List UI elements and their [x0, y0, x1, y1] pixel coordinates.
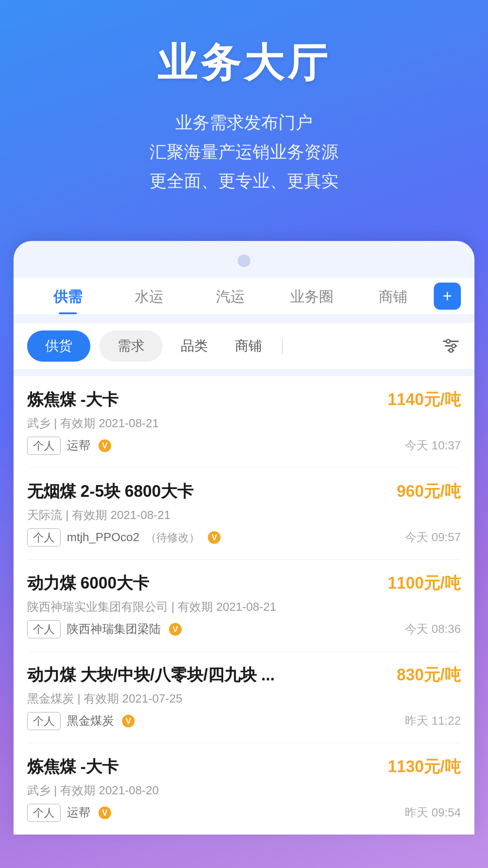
camera-dot	[238, 255, 250, 267]
list-item[interactable]: 动力煤 6000大卡 1100元/吨 陕西神瑞实业集团有限公司 | 有效期 20…	[27, 560, 461, 651]
item-title: 炼焦煤 -大卡	[27, 389, 118, 411]
tag-personal: 个人	[27, 804, 61, 822]
item-meta: 武乡 | 有效期 2021-08-21	[27, 415, 461, 431]
verified-icon: V	[208, 531, 221, 544]
list-item[interactable]: 无烟煤 2-5块 6800大卡 960元/吨 天际流 | 有效期 2021-08…	[27, 468, 461, 560]
verified-icon: V	[169, 623, 182, 636]
item-meta: 武乡 | 有效期 2021-08-20	[27, 783, 461, 798]
item-time: 昨天 11:22	[405, 713, 461, 729]
svg-point-4	[452, 344, 455, 348]
main-title: 业务大厅	[18, 36, 470, 90]
header-section: 业务大厅 业务需求发布门户 汇聚海量产运销业务资源 更全面、更专业、更真实	[0, 0, 488, 223]
filter-icon[interactable]	[441, 336, 461, 356]
filter-category-label[interactable]: 品类	[172, 330, 217, 362]
filter-bar: 供货 需求 品类 商铺	[14, 323, 474, 369]
item-price: 830元/吨	[397, 664, 461, 686]
filter-divider	[282, 338, 283, 354]
filter-shop-label[interactable]: 商铺	[226, 330, 271, 362]
item-meta: 陕西神瑞实业集团有限公司 | 有效期 2021-08-21	[27, 599, 461, 615]
item-title: 无烟煤 2-5块 6800大卡	[27, 481, 193, 503]
tab-road-transport[interactable]: 汽运	[190, 278, 271, 314]
tab-water-transport[interactable]: 水运	[108, 278, 190, 314]
item-meta: 天际流 | 有效期 2021-08-21	[27, 507, 461, 523]
sub-line-2: 汇聚海量产运销业务资源	[18, 137, 470, 167]
item-title: 动力煤 6000大卡	[27, 572, 149, 594]
item-time: 今天 10:37	[405, 438, 461, 453]
item-price: 1140元/吨	[388, 389, 461, 411]
svg-point-3	[446, 340, 450, 343]
item-time: 今天 09:57	[405, 529, 461, 545]
item-price: 1100元/吨	[388, 572, 461, 594]
tag-personal: 个人	[27, 437, 61, 455]
tag-personal: 个人	[27, 620, 61, 638]
tab-business-circle[interactable]: 业务圈	[271, 278, 352, 314]
verified-icon: V	[122, 715, 135, 727]
add-button[interactable]: +	[434, 283, 461, 310]
verified-icon: V	[99, 807, 111, 819]
tab-shop[interactable]: 商铺	[352, 278, 434, 314]
tag-personal: 个人	[27, 528, 61, 547]
list-item[interactable]: 动力煤 大块/中块/八零块/四九块 ... 830元/吨 黑金煤炭 | 有效期 …	[27, 651, 461, 743]
sub-title: 业务需求发布门户 汇聚海量产运销业务资源 更全面、更专业、更真实	[18, 108, 470, 196]
svg-point-5	[449, 349, 453, 352]
item-user: 黑金煤炭	[67, 713, 114, 729]
list-item[interactable]: 炼焦煤 -大卡 1130元/吨 武乡 | 有效期 2021-08-20 个人 运…	[27, 743, 461, 835]
item-time: 昨天 09:54	[405, 805, 461, 821]
item-price: 1130元/吨	[388, 756, 461, 778]
tag-personal: 个人	[27, 712, 61, 730]
item-meta: 黑金煤炭 | 有效期 2021-07-25	[27, 691, 461, 707]
card-wrapper: 供需 水运 汽运 业务圈 商铺 + 供货 需求 品类 商铺 炼焦煤 -大卡	[14, 241, 474, 835]
sub-line-1: 业务需求发布门户	[18, 108, 470, 137]
item-title: 动力煤 大块/中块/八零块/四九块 ...	[27, 664, 275, 686]
filter-supply-btn[interactable]: 供货	[27, 330, 90, 362]
item-user: mtjh_PPOco2	[67, 530, 139, 544]
item-user: 运帮	[67, 805, 90, 821]
verified-icon: V	[99, 439, 111, 452]
sub-line-3: 更全面、更专业、更真实	[18, 166, 470, 196]
item-title: 炼焦煤 -大卡	[27, 756, 118, 778]
tab-bar: 供需 水运 汽运 业务圈 商铺 +	[14, 278, 474, 314]
item-time: 今天 08:36	[405, 621, 461, 637]
list-container: 炼焦煤 -大卡 1140元/吨 武乡 | 有效期 2021-08-21 个人 运…	[14, 376, 474, 835]
item-user: 运帮	[67, 438, 90, 453]
tab-supply-demand[interactable]: 供需	[27, 278, 108, 314]
filter-demand-btn[interactable]: 需求	[99, 330, 163, 362]
item-user: 陕西神瑞集团梁陆	[67, 621, 161, 637]
list-item[interactable]: 炼焦煤 -大卡 1140元/吨 武乡 | 有效期 2021-08-21 个人 运…	[27, 376, 461, 468]
pending-tag: （待修改）	[145, 530, 200, 545]
item-price: 960元/吨	[397, 481, 461, 503]
